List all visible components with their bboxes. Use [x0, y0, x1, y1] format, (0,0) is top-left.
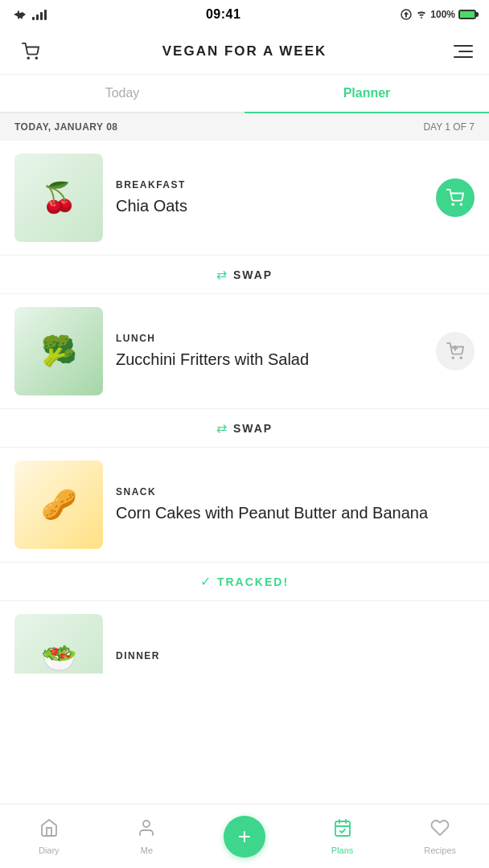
breakfast-content: BREAKFAST Chia Oats [116, 179, 423, 216]
diary-label: Diary [39, 845, 60, 855]
svg-point-10 [452, 357, 454, 358]
add-icon: + [238, 825, 251, 848]
plans-label: Plans [331, 845, 354, 855]
lunch-image [14, 307, 103, 395]
dinner-section: DINNER [0, 601, 489, 674]
signal-icon [32, 9, 47, 20]
status-bar: 09:41 100% [0, 0, 489, 29]
swap-lunch-button[interactable]: ⇄ SWAP [0, 408, 489, 448]
nav-add[interactable]: + [195, 816, 294, 858]
status-time: 09:41 [206, 7, 240, 22]
airplane-icon [13, 9, 27, 20]
dinner-content: DINNER [116, 650, 475, 666]
breakfast-image [14, 154, 103, 242]
lunch-item: LUNCH Zucchini Fritters with Salad [0, 294, 489, 408]
diary-icon [39, 818, 59, 842]
lunch-section: LUNCH Zucchini Fritters with Salad [0, 294, 489, 408]
svg-rect-2 [40, 12, 43, 20]
add-button[interactable]: + [224, 816, 265, 858]
snack-label: SNACK [116, 486, 475, 497]
status-left [13, 9, 47, 20]
nav-me[interactable]: Me [98, 818, 196, 855]
battery-icon [458, 10, 476, 19]
tracked-label: TRACKED! [217, 575, 289, 588]
me-icon [137, 818, 156, 842]
dinner-label: DINNER [116, 650, 475, 661]
nav-plans[interactable]: Plans [294, 818, 392, 855]
day-count: DAY 1 OF 7 [423, 121, 475, 133]
menu-button[interactable] [444, 37, 473, 66]
svg-rect-3 [44, 10, 47, 20]
bottom-nav: Diary Me + Plans [0, 804, 489, 868]
app-title: VEGAN FOR A WEEK [162, 43, 327, 59]
svg-rect-0 [32, 17, 35, 20]
svg-point-5 [421, 17, 422, 18]
breakfast-item: BREAKFAST Chia Oats [0, 141, 489, 255]
snack-section: SNACK Corn Cakes with Peanut Butter and … [0, 448, 489, 562]
breakfast-section: BREAKFAST Chia Oats [0, 141, 489, 255]
tab-planner[interactable]: Planner [244, 75, 489, 112]
lunch-cart-button[interactable] [436, 332, 475, 371]
day-date: TODAY, JANUARY 08 [14, 121, 118, 133]
svg-point-6 [27, 57, 29, 59]
nav-diary[interactable]: Diary [0, 818, 98, 855]
snack-content: SNACK Corn Cakes with Peanut Butter and … [116, 486, 475, 523]
me-label: Me [141, 845, 153, 855]
swap-icon-2: ⇄ [216, 420, 227, 436]
tab-bar: Today Planner [0, 75, 489, 113]
snack-item: SNACK Corn Cakes with Peanut Butter and … [0, 448, 489, 562]
svg-rect-1 [36, 14, 39, 20]
tracked-section: ✓ TRACKED! [0, 562, 489, 601]
recipes-icon [430, 818, 450, 842]
status-right: 100% [400, 9, 476, 20]
nav-recipes[interactable]: Recipes [391, 818, 489, 855]
snack-image [14, 461, 103, 549]
plans-icon [333, 818, 352, 842]
battery-percent: 100% [430, 9, 455, 20]
swap-breakfast-button[interactable]: ⇄ SWAP [0, 255, 489, 294]
svg-point-7 [35, 57, 37, 59]
header-cart-button[interactable] [16, 37, 45, 66]
app-header: VEGAN FOR A WEEK [0, 29, 489, 75]
svg-point-9 [460, 203, 462, 205]
swap-label-1: SWAP [233, 268, 273, 281]
wifi-icon [416, 9, 427, 20]
swap-icon-1: ⇄ [216, 267, 227, 282]
lunch-label: LUNCH [116, 333, 423, 344]
breakfast-label: BREAKFAST [116, 179, 423, 190]
svg-rect-15 [335, 821, 350, 836]
dinner-item: DINNER [0, 601, 489, 674]
lunch-name: Zucchini Fritters with Salad [116, 349, 423, 370]
snack-name: Corn Cakes with Peanut Butter and Banana [116, 502, 475, 523]
svg-point-14 [143, 821, 150, 827]
recipes-label: Recipes [424, 845, 456, 855]
svg-point-8 [452, 203, 454, 205]
svg-point-11 [460, 357, 462, 358]
day-bar: TODAY, JANUARY 08 DAY 1 OF 7 [0, 113, 489, 141]
breakfast-cart-button[interactable] [436, 178, 475, 217]
breakfast-name: Chia Oats [116, 195, 423, 216]
dinner-image [14, 614, 103, 674]
tracked-checkmark: ✓ [200, 574, 211, 589]
tab-today[interactable]: Today [0, 75, 244, 112]
swap-label-2: SWAP [233, 422, 273, 435]
location-icon [400, 9, 413, 20]
lunch-content: LUNCH Zucchini Fritters with Salad [116, 333, 423, 370]
